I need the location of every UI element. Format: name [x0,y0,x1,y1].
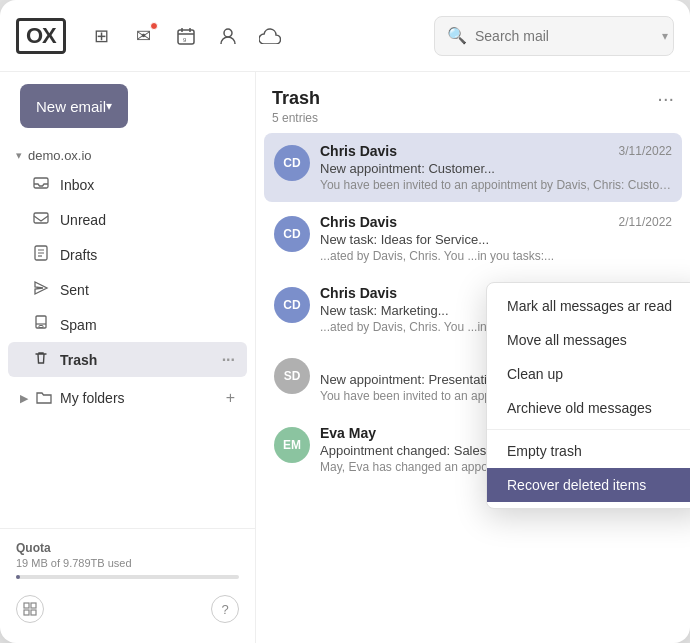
svg-text:9: 9 [183,37,187,43]
svg-point-5 [224,29,232,37]
my-folders-chevron-icon: ▶ [20,392,28,405]
account-label: demo.ox.io [28,148,92,163]
email-item[interactable]: CD Chris Davis 2/11/2022 New task: Ideas… [264,204,682,273]
quota-value: 19 MB of 9.789TB used [16,557,239,569]
email-sender: Chris Davis [320,285,397,301]
sidebar-item-unread[interactable]: Unread [8,202,247,237]
cloud-icon[interactable] [252,18,288,54]
svg-rect-14 [24,603,29,608]
email-sender: Chris Davis [320,143,397,159]
my-folders-item[interactable]: ▶ My folders + [8,381,247,415]
avatar: CD [274,216,310,252]
drafts-icon [32,245,50,264]
panel-title-section: Trash 5 entries [272,88,320,125]
email-body: Chris Davis 3/11/2022 New appointment: C… [320,143,672,192]
app-logo: OX [16,18,66,54]
mail-icon[interactable]: ✉ [126,18,162,54]
avatar: CD [274,145,310,181]
avatar: CD [274,287,310,323]
context-menu-item-move-all[interactable]: Move all messages [487,323,690,357]
search-input[interactable] [475,28,650,44]
email-panel: Trash 5 entries ··· CD Chris Davis 3/11/… [256,72,690,643]
help-icon[interactable]: ? [211,595,239,623]
trash-more-icon[interactable]: ··· [222,351,235,369]
avatar: EM [274,427,310,463]
email-preview: ...ated by Davis, Chris. You ...in you t… [320,249,672,263]
unread-icon [32,210,50,229]
search-bar[interactable]: 🔍 ▾ [434,16,674,56]
sent-icon [32,280,50,299]
context-menu-item-clean-up[interactable]: Clean up [487,357,690,391]
context-menu-item-recover[interactable]: Recover deleted items [487,468,690,502]
email-body: Chris Davis 2/11/2022 New task: Ideas fo… [320,214,672,263]
avatar: SD [274,358,310,394]
context-menu-item-archive[interactable]: Archieve old messages [487,391,690,425]
calendar-icon[interactable]: 9 [168,18,204,54]
add-folder-icon[interactable]: + [226,389,235,407]
trash-icon [32,350,50,369]
svg-rect-17 [31,610,36,615]
context-menu-item-empty-trash[interactable]: Empty trash [487,434,690,468]
svg-rect-12 [36,316,46,328]
quota-bar [16,575,239,579]
svg-rect-16 [24,610,29,615]
sidebar-item-inbox[interactable]: Inbox [8,167,247,202]
email-date: 2/11/2022 [619,215,672,229]
main-content: New email ▾ ▾ demo.ox.io Inbox [0,72,690,643]
sidebar: New email ▾ ▾ demo.ox.io Inbox [0,72,256,643]
sent-label: Sent [60,282,235,298]
inbox-label: Inbox [60,177,235,193]
unread-label: Unread [60,212,235,228]
person-icon[interactable] [210,18,246,54]
new-email-label: New email [36,98,106,115]
spam-label: Spam [60,317,235,333]
spam-icon [32,315,50,334]
account-header[interactable]: ▾ demo.ox.io [8,144,247,167]
grid-icon[interactable]: ⊞ [84,18,120,54]
sidebar-expand-icon[interactable] [16,595,44,623]
sidebar-bottom: ? [0,587,255,631]
topbar-icons: ⊞ ✉ 9 [84,18,288,54]
mail-badge [150,22,158,30]
search-chevron-icon: ▾ [662,29,668,43]
my-folders-label: My folders [60,390,125,406]
search-icon: 🔍 [447,26,467,45]
email-subject: New appointment: Customer... [320,161,672,176]
sidebar-item-sent[interactable]: Sent [8,272,247,307]
panel-more-icon[interactable]: ··· [657,88,674,108]
email-panel-header: Trash 5 entries ··· [256,72,690,133]
trash-label: Trash [60,352,212,368]
email-item[interactable]: CD Chris Davis 3/11/2022 New appointment… [264,133,682,202]
email-sender: Eva May [320,425,376,441]
inbox-icon [32,175,50,194]
quota-fill [16,575,20,579]
panel-title: Trash [272,88,320,109]
email-header-row: Chris Davis 2/11/2022 [320,214,672,230]
email-date: 3/11/2022 [619,144,672,158]
app-window: OX ⊞ ✉ 9 [0,0,690,643]
new-email-chevron-icon: ▾ [106,99,112,113]
account-chevron-icon: ▾ [16,149,22,162]
drafts-label: Drafts [60,247,235,263]
topbar: OX ⊞ ✉ 9 [0,0,690,72]
folder-icon [36,390,52,407]
quota-section: Quota 19 MB of 9.789TB used [0,528,255,587]
email-preview: You have been invited to an appointment … [320,178,672,192]
quota-label: Quota [16,541,239,555]
panel-subtitle: 5 entries [272,111,320,125]
sidebar-item-trash[interactable]: Trash ··· [8,342,247,377]
email-sender: Chris Davis [320,214,397,230]
new-email-button[interactable]: New email ▾ [20,84,128,128]
email-subject: New task: Ideas for Service... [320,232,672,247]
context-menu-item-mark-all[interactable]: Mark all messages ar read [487,289,690,323]
svg-rect-15 [31,603,36,608]
context-menu: Mark all messages ar read Move all messa… [486,282,690,509]
svg-rect-13 [39,326,43,328]
sidebar-item-drafts[interactable]: Drafts [8,237,247,272]
sidebar-item-spam[interactable]: Spam [8,307,247,342]
context-menu-divider [487,429,690,430]
email-header-row: Chris Davis 3/11/2022 [320,143,672,159]
